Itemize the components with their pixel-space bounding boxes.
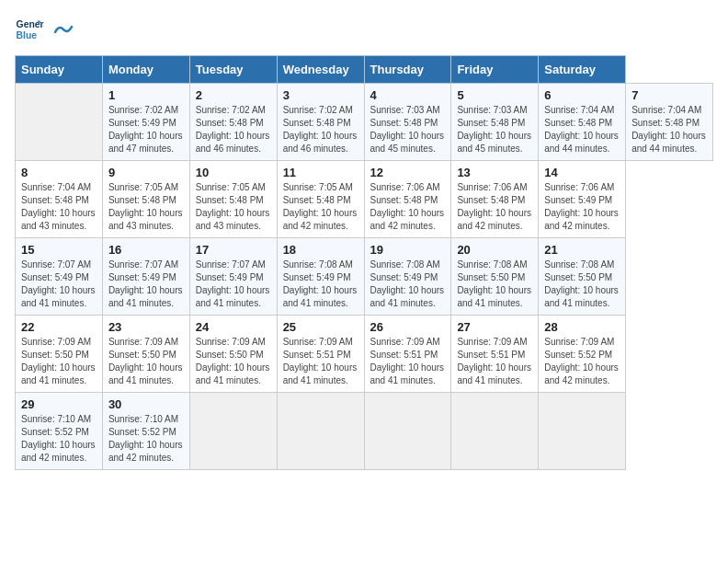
svg-text:Blue: Blue xyxy=(17,30,38,40)
calendar-day-cell xyxy=(451,393,539,470)
calendar-day-cell: 22Sunrise: 7:09 AMSunset: 5:50 PMDayligh… xyxy=(16,316,103,393)
day-info: Sunrise: 7:09 AMSunset: 5:50 PMDaylight:… xyxy=(21,336,97,387)
calendar-day-cell: 23Sunrise: 7:09 AMSunset: 5:50 PMDayligh… xyxy=(102,316,189,393)
calendar-day-cell xyxy=(539,393,626,470)
calendar-week-row: 22Sunrise: 7:09 AMSunset: 5:50 PMDayligh… xyxy=(16,316,713,393)
day-info: Sunrise: 7:06 AMSunset: 5:48 PMDaylight:… xyxy=(457,181,532,233)
col-header-thursday: Thursday xyxy=(364,56,451,84)
day-info: Sunrise: 7:09 AMSunset: 5:51 PMDaylight:… xyxy=(283,336,358,387)
day-number: 14 xyxy=(544,166,620,179)
day-number: 28 xyxy=(544,320,620,334)
day-info: Sunrise: 7:06 AMSunset: 5:48 PMDaylight:… xyxy=(370,181,446,233)
calendar-body: 1Sunrise: 7:02 AMSunset: 5:49 PMDaylight… xyxy=(16,84,713,470)
calendar-day-cell: 4Sunrise: 7:03 AMSunset: 5:48 PMDaylight… xyxy=(364,84,451,161)
calendar-week-row: 29Sunrise: 7:10 AMSunset: 5:52 PMDayligh… xyxy=(16,393,713,470)
calendar-week-row: 8Sunrise: 7:04 AMSunset: 5:48 PMDaylight… xyxy=(16,161,713,238)
page-header: General Blue xyxy=(15,15,713,44)
calendar-table: SundayMondayTuesdayWednesdayThursdayFrid… xyxy=(15,55,713,470)
day-number: 29 xyxy=(21,397,97,411)
day-info: Sunrise: 7:07 AMSunset: 5:49 PMDaylight:… xyxy=(108,259,184,310)
day-number: 12 xyxy=(370,166,446,179)
calendar-day-cell: 30Sunrise: 7:10 AMSunset: 5:52 PMDayligh… xyxy=(102,393,189,470)
calendar-day-cell: 10Sunrise: 7:05 AMSunset: 5:48 PMDayligh… xyxy=(189,161,277,238)
calendar-day-cell: 16Sunrise: 7:07 AMSunset: 5:49 PMDayligh… xyxy=(102,238,189,316)
day-number: 22 xyxy=(21,320,97,334)
day-info: Sunrise: 7:09 AMSunset: 5:50 PMDaylight:… xyxy=(196,336,271,387)
day-number: 17 xyxy=(196,243,271,257)
col-header-tuesday: Tuesday xyxy=(189,56,277,84)
day-info: Sunrise: 7:07 AMSunset: 5:49 PMDaylight:… xyxy=(196,259,271,310)
calendar-day-cell: 3Sunrise: 7:02 AMSunset: 5:48 PMDaylight… xyxy=(277,84,364,161)
day-info: Sunrise: 7:08 AMSunset: 5:49 PMDaylight:… xyxy=(370,259,446,310)
calendar-day-cell: 1Sunrise: 7:02 AMSunset: 5:49 PMDaylight… xyxy=(102,84,189,161)
day-number: 25 xyxy=(283,320,358,334)
day-info: Sunrise: 7:09 AMSunset: 5:52 PMDaylight:… xyxy=(544,336,620,387)
day-info: Sunrise: 7:06 AMSunset: 5:49 PMDaylight:… xyxy=(544,181,620,233)
day-info: Sunrise: 7:05 AMSunset: 5:48 PMDaylight:… xyxy=(196,181,271,233)
col-header-saturday: Saturday xyxy=(539,56,626,84)
day-info: Sunrise: 7:09 AMSunset: 5:51 PMDaylight:… xyxy=(370,336,446,387)
day-number: 6 xyxy=(544,88,620,102)
day-number: 9 xyxy=(108,166,184,179)
col-header-sunday: Sunday xyxy=(16,56,103,84)
calendar-day-cell: 18Sunrise: 7:08 AMSunset: 5:49 PMDayligh… xyxy=(277,238,364,316)
logo: General Blue xyxy=(15,15,74,44)
day-number: 19 xyxy=(370,243,446,257)
day-info: Sunrise: 7:07 AMSunset: 5:49 PMDaylight:… xyxy=(21,259,97,310)
day-number: 1 xyxy=(108,88,184,102)
calendar-day-cell: 13Sunrise: 7:06 AMSunset: 5:48 PMDayligh… xyxy=(451,161,539,238)
day-number: 21 xyxy=(544,243,620,257)
day-number: 24 xyxy=(196,320,271,334)
calendar-day-cell: 27Sunrise: 7:09 AMSunset: 5:51 PMDayligh… xyxy=(451,316,539,393)
day-info: Sunrise: 7:05 AMSunset: 5:48 PMDaylight:… xyxy=(283,181,358,233)
calendar-day-cell: 26Sunrise: 7:09 AMSunset: 5:51 PMDayligh… xyxy=(364,316,451,393)
empty-cell xyxy=(16,84,103,161)
calendar-day-cell xyxy=(277,393,364,470)
calendar-day-cell: 14Sunrise: 7:06 AMSunset: 5:49 PMDayligh… xyxy=(539,161,626,238)
calendar-day-cell xyxy=(364,393,451,470)
calendar-day-cell: 7Sunrise: 7:04 AMSunset: 5:48 PMDaylight… xyxy=(626,84,713,161)
day-info: Sunrise: 7:05 AMSunset: 5:48 PMDaylight:… xyxy=(108,181,184,233)
day-number: 2 xyxy=(196,88,271,102)
day-number: 23 xyxy=(108,320,184,334)
calendar-day-cell: 11Sunrise: 7:05 AMSunset: 5:48 PMDayligh… xyxy=(277,161,364,238)
day-info: Sunrise: 7:09 AMSunset: 5:51 PMDaylight:… xyxy=(457,336,532,387)
day-number: 20 xyxy=(457,243,532,257)
day-number: 15 xyxy=(21,243,97,257)
calendar-week-row: 1Sunrise: 7:02 AMSunset: 5:49 PMDaylight… xyxy=(16,84,713,161)
day-number: 4 xyxy=(370,88,446,102)
calendar-day-cell: 17Sunrise: 7:07 AMSunset: 5:49 PMDayligh… xyxy=(189,238,277,316)
col-header-friday: Friday xyxy=(451,56,539,84)
day-info: Sunrise: 7:02 AMSunset: 5:49 PMDaylight:… xyxy=(108,104,184,155)
day-info: Sunrise: 7:03 AMSunset: 5:48 PMDaylight:… xyxy=(370,104,446,155)
day-info: Sunrise: 7:02 AMSunset: 5:48 PMDaylight:… xyxy=(283,104,358,155)
calendar-day-cell: 9Sunrise: 7:05 AMSunset: 5:48 PMDaylight… xyxy=(102,161,189,238)
day-info: Sunrise: 7:04 AMSunset: 5:48 PMDaylight:… xyxy=(21,181,97,233)
calendar-day-cell: 2Sunrise: 7:02 AMSunset: 5:48 PMDaylight… xyxy=(189,84,277,161)
day-info: Sunrise: 7:03 AMSunset: 5:48 PMDaylight:… xyxy=(457,104,532,155)
day-info: Sunrise: 7:08 AMSunset: 5:50 PMDaylight:… xyxy=(544,259,620,310)
calendar-day-cell: 15Sunrise: 7:07 AMSunset: 5:49 PMDayligh… xyxy=(16,238,103,316)
day-number: 18 xyxy=(283,243,358,257)
calendar-week-row: 15Sunrise: 7:07 AMSunset: 5:49 PMDayligh… xyxy=(16,238,713,316)
day-number: 13 xyxy=(457,166,532,179)
day-number: 10 xyxy=(196,166,271,179)
day-info: Sunrise: 7:08 AMSunset: 5:49 PMDaylight:… xyxy=(283,259,358,310)
day-number: 8 xyxy=(21,166,97,179)
calendar-day-cell: 8Sunrise: 7:04 AMSunset: 5:48 PMDaylight… xyxy=(16,161,103,238)
calendar-day-cell: 24Sunrise: 7:09 AMSunset: 5:50 PMDayligh… xyxy=(189,316,277,393)
logo-icon: General Blue xyxy=(15,15,44,44)
logo-wave-icon xyxy=(53,23,74,36)
calendar-day-cell: 20Sunrise: 7:08 AMSunset: 5:50 PMDayligh… xyxy=(451,238,539,316)
day-number: 16 xyxy=(108,243,184,257)
calendar-day-cell: 25Sunrise: 7:09 AMSunset: 5:51 PMDayligh… xyxy=(277,316,364,393)
col-header-wednesday: Wednesday xyxy=(277,56,364,84)
day-info: Sunrise: 7:09 AMSunset: 5:50 PMDaylight:… xyxy=(108,336,184,387)
day-info: Sunrise: 7:04 AMSunset: 5:48 PMDaylight:… xyxy=(631,104,707,155)
calendar-day-cell: 29Sunrise: 7:10 AMSunset: 5:52 PMDayligh… xyxy=(16,393,103,470)
day-number: 7 xyxy=(631,88,707,102)
calendar-day-cell: 28Sunrise: 7:09 AMSunset: 5:52 PMDayligh… xyxy=(539,316,626,393)
calendar-day-cell: 5Sunrise: 7:03 AMSunset: 5:48 PMDaylight… xyxy=(451,84,539,161)
calendar-day-cell: 21Sunrise: 7:08 AMSunset: 5:50 PMDayligh… xyxy=(539,238,626,316)
calendar-day-cell: 6Sunrise: 7:04 AMSunset: 5:48 PMDaylight… xyxy=(539,84,626,161)
